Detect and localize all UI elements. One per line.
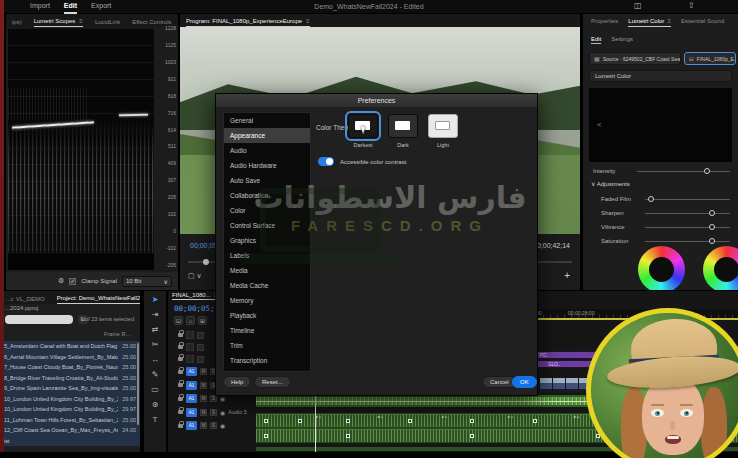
source-patch-badge[interactable]: A1: [186, 381, 197, 390]
preferences-category-item[interactable]: Media Cache: [224, 278, 310, 293]
tool-button[interactable]: ⇄: [152, 325, 159, 334]
preferences-category-item[interactable]: Playback: [224, 308, 310, 323]
clip-fx-badge[interactable]: ▸▵: [442, 414, 448, 419]
mute-button[interactable]: M: [200, 422, 207, 429]
slider-knob[interactable]: [709, 238, 715, 244]
preferences-category-item[interactable]: Color: [224, 203, 310, 218]
preferences-category-item[interactable]: Graphics: [224, 233, 310, 248]
record-mic-icon[interactable]: ◉: [220, 395, 225, 402]
tool-button[interactable]: ▭: [151, 385, 159, 394]
clamp-signal-checkbox[interactable]: ✓: [69, 278, 76, 285]
clip-row[interactable]: 12_Cliff Coast Sea Ocean_By_Max_Freyss_A…: [0, 425, 140, 436]
source-patch-badge[interactable]: A1: [186, 421, 197, 430]
preferences-category-item[interactable]: Timeline: [224, 323, 310, 338]
preferences-category-item[interactable]: Appearance: [224, 128, 310, 143]
preferences-category-item[interactable]: Collaboration: [224, 188, 310, 203]
lock-icon[interactable]: [178, 397, 183, 401]
keyframe-handle[interactable]: [533, 419, 537, 423]
add-button[interactable]: +: [564, 270, 570, 281]
reset-button[interactable]: Reset...: [254, 376, 291, 388]
theme-thumbnail-dark[interactable]: [388, 114, 418, 138]
preferences-category-item[interactable]: Audio: [224, 143, 310, 158]
keyframe-handle[interactable]: [264, 434, 268, 438]
accessible-contrast-toggle[interactable]: [318, 157, 334, 166]
preferences-category-item[interactable]: Auto Save: [224, 173, 310, 188]
sharpen-slider[interactable]: [645, 213, 730, 214]
video-clip-thumbnails[interactable]: [540, 378, 591, 393]
theme-option-light[interactable]: Light: [428, 114, 458, 148]
source-clip-button[interactable]: ▦ Source · 6249502_CBF Coast Sea O...: [589, 52, 681, 65]
color-wheel-highlights[interactable]: [703, 246, 738, 290]
ok-button[interactable]: OK: [512, 376, 537, 388]
preferences-category-item[interactable]: Audio Hardware: [224, 158, 310, 173]
track-target-box[interactable]: [186, 355, 194, 363]
audio-track-header[interactable]: A1 M S ◉: [168, 419, 256, 433]
effect-selector-dropdown[interactable]: Lumetri Color: [589, 70, 732, 82]
panel-tab[interactable]: Properties: [591, 18, 618, 27]
snap-icon[interactable]: ⌂: [186, 316, 195, 325]
solo-button[interactable]: S: [210, 395, 217, 402]
tool-button[interactable]: ⇥: [152, 310, 159, 319]
theme-thumbnail-darkest[interactable]: [348, 114, 378, 138]
program-playhead-knob[interactable]: [203, 259, 209, 265]
clip-fx-badge[interactable]: ▸▵: [378, 414, 384, 419]
color-wheel-midtones[interactable]: [638, 246, 685, 290]
bit-depth-dropdown[interactable]: 10 Bit ∨: [122, 276, 172, 287]
theme-thumbnail-light[interactable]: [428, 114, 458, 138]
slider-knob[interactable]: [709, 210, 715, 216]
audio-track-header[interactable]: A1 M S ◉ Audio 5: [168, 406, 256, 420]
saturation-slider[interactable]: [645, 241, 730, 242]
workspaces-icon[interactable]: ◫: [634, 1, 642, 10]
lock-icon[interactable]: [178, 345, 183, 349]
source-patch-badge[interactable]: A1: [186, 394, 197, 403]
track-target-box[interactable]: [186, 343, 194, 351]
clip-row[interactable]: 11_Lohman Town Hills Forest_By_Sebastian…: [0, 415, 140, 426]
clip-row[interactable]: ist: [0, 436, 140, 447]
preferences-category-item[interactable]: Transcription: [224, 353, 310, 368]
panel-tab[interactable]: Lumetri Color: [628, 18, 671, 27]
sequence-clip-tab[interactable]: ⊟ FINAL_1080p_E...: [684, 52, 736, 65]
vibrance-slider[interactable]: [645, 227, 730, 228]
track-visibility-box[interactable]: [197, 356, 204, 363]
solo-button[interactable]: S: [210, 422, 217, 429]
lock-icon[interactable]: [178, 410, 183, 414]
keyframe-handle[interactable]: [470, 419, 474, 423]
tool-button[interactable]: ✂: [152, 340, 159, 349]
preferences-category-item[interactable]: Media: [224, 263, 310, 278]
track-visibility-box[interactable]: [197, 344, 204, 351]
preferences-category-item[interactable]: Trim: [224, 338, 310, 353]
track-visibility-box[interactable]: [197, 332, 204, 339]
theme-option-dark[interactable]: Dark: [388, 114, 418, 148]
preferences-category-item[interactable]: General: [224, 113, 310, 128]
record-mic-icon[interactable]: ◉: [220, 422, 225, 429]
panel-tab[interactable]: Essential Sound: [681, 18, 724, 27]
lock-icon[interactable]: [178, 357, 183, 361]
clip-row[interactable]: 8_Bridge River Traveling Croatia_By_Ali-…: [0, 373, 140, 384]
timeline-playhead[interactable]: [315, 391, 316, 452]
clip-row[interactable]: 7_House Coast Cloudy Boat_By_Piotrek_Nau…: [0, 362, 140, 373]
clip-row[interactable]: 10_London United Kingdom City Building_B…: [0, 394, 140, 405]
lumetri-subtab[interactable]: Edit: [591, 36, 601, 44]
clip-fx-badge[interactable]: ▸▵: [508, 414, 514, 419]
lumetri-subtab[interactable]: Settings: [611, 36, 633, 44]
panel-tab[interactable]: ips): [12, 19, 22, 27]
mute-button[interactable]: M: [200, 409, 207, 416]
clip-row[interactable]: 5_Amsterdam Canal with Boat and Dutch Fl…: [0, 341, 140, 352]
keyframe-handle[interactable]: [346, 419, 350, 423]
tool-button[interactable]: ⊛: [152, 400, 159, 409]
source-patch-badge[interactable]: A1: [186, 408, 197, 417]
adjustments-section-header[interactable]: ∨ Adjustments: [591, 180, 630, 187]
tool-button[interactable]: ✎: [152, 370, 159, 379]
tool-button[interactable]: T: [153, 415, 158, 424]
slider-knob[interactable]: [704, 168, 710, 174]
panel-tab[interactable]: ...t: VL_DEMO: [6, 296, 45, 304]
keyframe-handle[interactable]: [298, 419, 302, 423]
keyframe-handle[interactable]: [346, 434, 350, 438]
preferences-category-item[interactable]: Labels: [224, 248, 310, 263]
solo-button[interactable]: S: [210, 409, 217, 416]
zoom-fit-dropdown[interactable]: ▢ ∨: [188, 272, 202, 280]
clip-row[interactable]: 10_London United Kingdom City Building_B…: [0, 404, 140, 415]
lock-icon[interactable]: [178, 383, 183, 387]
keyframe-handle[interactable]: [264, 419, 268, 423]
nest-icon[interactable]: ⊡: [174, 316, 183, 325]
